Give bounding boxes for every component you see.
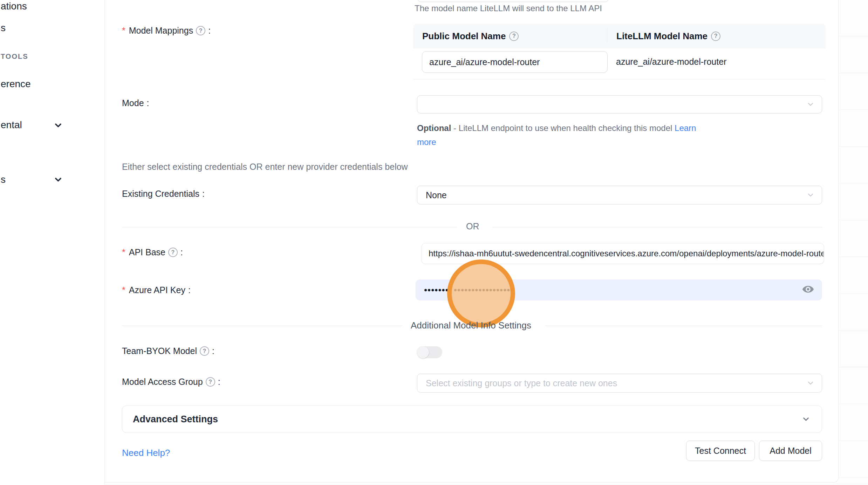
- model-access-group-select[interactable]: Select existing groups or type to create…: [417, 374, 822, 393]
- help-icon[interactable]: ?: [509, 32, 519, 41]
- sidebar-item-s1[interactable]: s: [1, 22, 6, 34]
- help-icon[interactable]: ?: [196, 26, 205, 35]
- chevron-down-icon: [806, 100, 815, 109]
- add-model-button[interactable]: Add Model: [759, 441, 822, 461]
- model-mappings-label: * Model Mappings ? :: [122, 26, 211, 36]
- column-litellm-model-name: LiteLLM Model Name ?: [616, 31, 720, 42]
- api-base-input[interactable]: https://ishaa-mh6uutut-swedencentral.cog…: [421, 243, 824, 264]
- advanced-settings-title: Advanced Settings: [133, 414, 218, 425]
- azure-api-key-input[interactable]: ••••••• •••••••••••••••••: [416, 279, 822, 300]
- eye-icon[interactable]: [802, 283, 814, 297]
- mode-label: Mode :: [122, 98, 149, 108]
- existing-credentials-label: Existing Credentials :: [122, 189, 205, 199]
- divider: [105, 484, 868, 484]
- mode-help-text: Optional - LiteLLM endpoint to use when …: [417, 121, 696, 149]
- test-connect-button[interactable]: Test Connect: [686, 441, 755, 461]
- divider: [122, 227, 457, 227]
- chevron-down-icon: [806, 379, 815, 387]
- azure-api-key-label: * Azure API Key :: [122, 285, 191, 295]
- help-icon[interactable]: ?: [206, 377, 215, 387]
- api-base-label: * API Base ? :: [122, 247, 183, 257]
- required-asterisk: *: [122, 247, 125, 257]
- mode-select[interactable]: [417, 95, 822, 113]
- sidebar-section-tools: TOOLS: [1, 53, 28, 61]
- team-byok-toggle[interactable]: [417, 346, 442, 358]
- learn-more-link[interactable]: more: [417, 137, 436, 147]
- sidebar-item-s2[interactable]: s: [1, 174, 6, 185]
- existing-credentials-select[interactable]: None: [417, 186, 822, 205]
- or-divider-text: OR: [466, 221, 479, 231]
- model-name-input-partial[interactable]: [417, 0, 609, 2]
- divider: [493, 227, 822, 227]
- help-icon[interactable]: ?: [168, 248, 178, 257]
- model-access-group-label: Model Access Group ? :: [122, 377, 220, 387]
- need-help-link[interactable]: Need Help?: [122, 448, 170, 458]
- chevron-down-icon: [801, 415, 811, 424]
- chevron-down-icon: [806, 191, 815, 199]
- chevron-down-icon: [53, 120, 63, 130]
- masked-password-dots: •••••••••••••••••: [454, 285, 514, 295]
- advanced-settings-header[interactable]: Advanced Settings: [122, 406, 822, 433]
- mappings-table-header: Public Model Name ? LiteLLM Model Name ?: [413, 24, 826, 48]
- masked-password-dots: •••••••: [424, 285, 449, 295]
- additional-settings-divider-text: Additional Model Info Settings: [411, 320, 531, 331]
- sidebar-item-ations[interactable]: ations: [1, 1, 27, 12]
- public-model-name-input[interactable]: azure_ai/azure-model-router: [422, 51, 608, 73]
- add-model-screen: ations s TOOLS erence ental s The model …: [0, 0, 868, 485]
- divider: [122, 326, 402, 326]
- litellm-model-name-value: azure_ai/azure-model-router: [616, 57, 726, 67]
- chevron-down-icon: [53, 175, 63, 185]
- required-asterisk: *: [122, 26, 125, 36]
- required-asterisk: *: [122, 285, 125, 295]
- model-name-help-text: The model name LiteLLM will send to the …: [415, 4, 602, 13]
- sidebar-item-ental[interactable]: ental: [1, 119, 22, 131]
- column-public-model-name: Public Model Name ?: [422, 31, 519, 42]
- table-row-divider: [413, 79, 826, 79]
- credentials-note: Either select existing credentials OR en…: [122, 162, 408, 172]
- team-byok-label: Team-BYOK Model ? :: [122, 346, 214, 356]
- help-icon[interactable]: ?: [200, 346, 209, 356]
- divider: [545, 326, 822, 326]
- learn-more-link[interactable]: Learn: [675, 123, 696, 133]
- toggle-knob: [417, 346, 429, 358]
- select-placeholder: Select existing groups or type to create…: [426, 378, 617, 388]
- help-icon[interactable]: ?: [711, 32, 720, 41]
- sidebar: ations s TOOLS erence ental s: [0, 0, 105, 485]
- background-panel: [839, 0, 868, 485]
- sidebar-item-erence[interactable]: erence: [1, 78, 31, 90]
- column-divider: [607, 29, 607, 43]
